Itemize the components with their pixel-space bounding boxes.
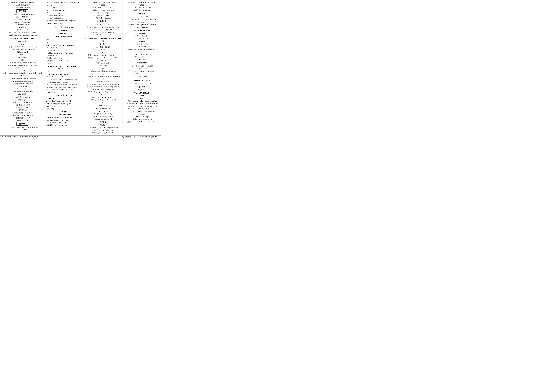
line: (3) 12/twelve (years old) (4) England: [47, 103, 82, 105]
line: 3. is a big city: [124, 21, 160, 23]
sub-title-keqian4: 课前预习: [85, 124, 121, 126]
task1-label3: Task 1: [124, 94, 160, 97]
line: 4. 自主探究：……怎么样？: [85, 6, 121, 9]
line: 三、1. go，boating 2. Swimming 3. playing 4…: [47, 1, 82, 4]
category-phrase: 介词：after: [1, 56, 43, 59]
line: 代词：1. everyone 2. all: [85, 62, 121, 64]
line: 考题预测：(1) on (2) shopping: [1, 114, 43, 117]
category-word: 单词: [1, 43, 43, 46]
line: 一、1. in 2. in 3. How 4. playing 5. cool: [1, 13, 43, 16]
line: 1. 自主探究：(1) C (2) this is my good friend: [85, 126, 121, 129]
step-title-6: Step 1 酝酿一自主会学: [124, 92, 160, 94]
line: 3. How old are you?: [124, 53, 160, 56]
line: 一、1－5 CDBAB 6－10 CABDB: [124, 65, 160, 67]
line: 动词：1. let 2. play: [1, 51, 43, 53]
line: 4. I'm Tony Smith，given name／first name: [124, 23, 160, 26]
line: 2. Nice to meet you，Ms Li.: [47, 75, 82, 78]
task1-label: 单词: [47, 41, 82, 44]
line: 名词：1. basketball 2. football 3. swimming: [1, 46, 43, 48]
unit-title-mum: Unit 1 Is this your mum?: [124, 83, 160, 85]
line: 18. dad 19. husband 20. woman women: [124, 110, 160, 113]
line: 考题预测：(1) A (2) D: [1, 104, 43, 106]
line: 短语: [47, 62, 82, 65]
line: 名词：1. aunt 2. brother 3. cousin 4. daugh…: [124, 100, 160, 103]
line: 三、1. What's，like，It's: [1, 18, 43, 21]
lesson-title-2: 课前预习: [47, 111, 82, 113]
line: 二、1－5 BDCBC: [1, 128, 43, 131]
category-sentence2: 1. I'm from Beijing，I'm Chinese.: [47, 73, 82, 75]
line: 4. English，I am not，American: [85, 31, 121, 34]
lesson-title-4: 第二课时: [85, 121, 121, 123]
line: 2. (1) Wuhan (2) 13/thirteen (years old): [47, 100, 82, 103]
line: 3. is from/comes from，Class 1 Grade 7: [85, 28, 121, 31]
line: 短语: [1, 59, 43, 61]
line: 4. Where is Tom from?: [124, 56, 160, 58]
line: 2. (1) He is from Cambridge.: [85, 113, 121, 115]
line: 兼词：1. Chinese 2. American 3. hi: [47, 60, 82, 62]
column-3: 3. 自主探究：也 (1) also (2) too (3) either 考题…: [84, 0, 123, 135]
line: 副词：1. where 2. not: [47, 57, 82, 60]
line: 一、1－5 AAABA: [124, 16, 160, 18]
step-title-1: Task 1: [47, 38, 82, 41]
line: 考题预测：(1) B (2) How，weather: [1, 1, 43, 4]
line: 4. He is a football player.: [47, 17, 82, 19]
line: 6. —Where are you from? —I'm from Englan…: [47, 86, 82, 89]
line: 2. 自主探究：凉爽的: [1, 4, 43, 7]
line: (2) It is a small city in England.: [85, 115, 121, 118]
line: 三、1. China 2. speak 3. write 4. Saturday: [124, 70, 160, 73]
sub-title-keqian: 课前导学案: [1, 40, 43, 43]
line: 5. Three friends are mentioned in this p…: [47, 19, 82, 22]
line: 4. Good idea!: [1, 85, 43, 88]
line: 考题预测：(1)－(3) BAB: [124, 9, 160, 12]
sub-title-keqian2: Step 1 酝酿一自主会学: [47, 35, 82, 38]
line: (2) What about (3) B: [85, 12, 121, 14]
line: 6. Let's go swimming on Wednesday.: [1, 90, 43, 93]
line: 考题预测：playing: [1, 119, 43, 122]
line: 5. What /How about playing: [85, 34, 121, 36]
category-word3: 单词: [85, 51, 121, 54]
line: 考题预测：(1) A (2) is from/comes from: [47, 116, 82, 119]
column-1: 考题预测：(1) B (2) How，weather 2. 自主探究：凉爽的 考…: [0, 0, 45, 135]
line: 二、1. the capital of 2. Nice to see /meet…: [124, 18, 160, 21]
line: 4. Tony is my first name and Smith is my…: [85, 85, 121, 88]
unit-title-language: Unit 3 Language in use: [124, 29, 160, 32]
step-title-4: Step 1 酝酿一自主会学: [85, 46, 121, 48]
line: 3. Let's play football after school.: [1, 82, 43, 85]
line: 4. welcome to 5. Class 4，Grade 7: [47, 68, 82, 70]
step-title-5: Step 3 集慧一集思汇学: [85, 107, 121, 110]
line: 21. front: [124, 113, 160, 115]
sub-title-keqian3: 1. 自主探究：来自: [47, 113, 82, 116]
line: 13. son 14. uncle 15. photo 16. they 17.…: [124, 108, 160, 110]
line: 6. This is Lingling and her English name…: [85, 91, 121, 93]
line: 考题预测：cold/cool: [1, 6, 43, 9]
line: 1. Beijing is the capital of China. Beij…: [85, 75, 121, 80]
sub-title-keqian5: 课前导学案: [124, 89, 160, 91]
line: 副词：very: [85, 64, 121, 67]
line: 5. 自主探究：单、复、单: [124, 6, 160, 9]
page-container: 考题预测：(1) B (2) How，weather 2. 自主探究：凉爽的 考…: [0, 0, 161, 135]
sub-title-ketangjianche: 课堂检测: [98, 20, 108, 23]
category-phrase2: 1. be from 2. What about…? 3. twelve yea…: [47, 65, 82, 68]
line: 1. What's your favourite sport，Daming?: [1, 77, 43, 80]
line: 7. She is American and her name is Betty…: [47, 89, 82, 91]
line: 四、1. hot 2. out 3. her 4. doctor 5. Ther…: [1, 31, 43, 34]
line: 9. On Sunday/Monday/Tuesday/Wednesday/Th…: [1, 69, 43, 75]
sub-title-zhongkao: 中考题型链接: [135, 61, 149, 64]
line: 5. 自主探究：doing sth: [1, 117, 43, 119]
category-word2: 名词：1. year 2. Ms 3. America 4. England: [47, 44, 82, 47]
section-header-tishun2: 提升训练: [16, 122, 28, 126]
lesson-title-5: 第一课时: [124, 86, 160, 88]
line: 6. walk 7. boy 8. face 9. behind/after 1…: [1, 34, 43, 37]
col4-content: 3. 自主探究：the capital of，the capital of 4.…: [124, 1, 160, 123]
col2-content: 三、1. go，boating 2. Swimming 3. playing 4…: [47, 1, 82, 127]
line: 四、1－5 CDEBA: [47, 6, 82, 9]
line: 4. 自主探究：(1) doing (2) on: [1, 112, 43, 114]
line: 3. His name is Wang Ling. He is thirteen…: [85, 83, 121, 86]
line: 课堂导学案: [47, 91, 82, 94]
line: 五、1. Tony likes basketball best.: [47, 9, 82, 12]
line: 3. Tom is tall and strong.: [47, 14, 82, 17]
line: 3. 自主探究：赞同: [1, 106, 43, 109]
line: 形容词：our: [47, 49, 82, 52]
line: 考题预测：(1) What about eating: [85, 9, 121, 12]
sub-title-ketangjianche2: 课堂检测: [136, 12, 147, 15]
